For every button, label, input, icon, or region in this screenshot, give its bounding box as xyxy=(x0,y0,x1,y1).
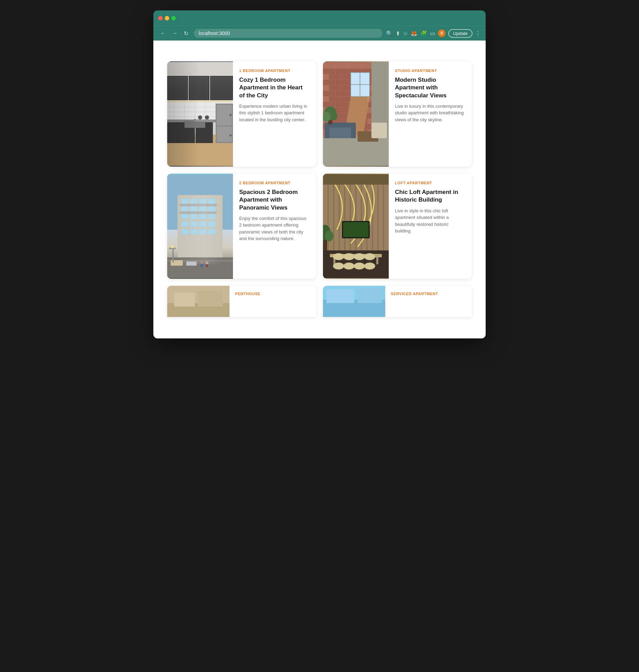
listing-card-5[interactable]: PENTHOUSE xyxy=(167,286,316,317)
puzzle-icon[interactable]: 🧩 xyxy=(420,30,427,37)
svg-point-128 xyxy=(171,246,174,248)
svg-point-31 xyxy=(205,115,209,120)
card-category-1: 1 BEDROOM APARTMENT xyxy=(239,68,310,73)
svg-rect-126 xyxy=(172,249,174,263)
menu-icon[interactable]: ⋮ xyxy=(475,30,481,37)
svg-rect-85 xyxy=(351,126,356,138)
svg-rect-38 xyxy=(329,74,341,79)
svg-rect-0 xyxy=(167,131,233,166)
sidebar-icon[interactable]: ▭ xyxy=(430,30,435,37)
listing-card-6[interactable]: SERVICED APARTMENT xyxy=(323,286,472,317)
svg-rect-21 xyxy=(196,122,213,143)
listing-image-4 xyxy=(323,174,389,279)
svg-point-164 xyxy=(333,263,344,269)
svg-rect-27 xyxy=(184,121,205,128)
card-body-1: 1 BEDROOM APARTMENT Cozy 1 Bedroom Apart… xyxy=(233,61,316,167)
card-description-4: Live in style in this chic loft apartmen… xyxy=(395,207,466,235)
browser-window: ← → ↻ 🔍 ⬆ ☆ 🦊 🧩 ▭ 0 Update ⋮ xyxy=(153,10,486,338)
browser-toolbar: ← → ↻ 🔍 ⬆ ☆ 🦊 🧩 ▭ 0 Update ⋮ xyxy=(153,26,486,41)
card-title-4: Chic Loft Apartment in Historic Building xyxy=(395,188,466,204)
back-button[interactable]: ← xyxy=(158,29,168,37)
svg-point-163 xyxy=(364,253,375,260)
svg-point-28 xyxy=(194,119,196,122)
listing-card-2[interactable]: STUDIO APARTMENT Modern Studio Apartment… xyxy=(323,61,472,167)
svg-rect-22 xyxy=(216,104,233,143)
card-category-6: SERVICED APARTMENT xyxy=(391,291,466,297)
svg-point-30 xyxy=(198,115,202,120)
svg-rect-133 xyxy=(178,195,223,264)
svg-rect-169 xyxy=(343,222,369,237)
partial-listings-row: PENTHOUSE SERVICED APARTMENT xyxy=(153,286,486,317)
forward-button[interactable]: → xyxy=(170,29,180,37)
svg-rect-154 xyxy=(384,174,389,250)
svg-rect-145 xyxy=(334,174,339,250)
svg-rect-34 xyxy=(323,69,335,74)
listings-grid: 1 BEDROOM APARTMENT Cozy 1 Bedroom Apart… xyxy=(153,61,486,286)
share-icon[interactable]: ⬆ xyxy=(396,30,400,37)
svg-rect-23 xyxy=(217,105,232,125)
svg-rect-64 xyxy=(336,113,348,118)
svg-rect-179 xyxy=(326,289,354,303)
address-bar[interactable] xyxy=(194,29,382,38)
svg-rect-153 xyxy=(378,174,383,250)
card-category-3: 2 BEDROOM APARTMENT xyxy=(239,180,310,186)
listing-card-1[interactable]: 1 BEDROOM APARTMENT Cozy 1 Bedroom Apart… xyxy=(167,61,316,167)
extension-icon: 🦊 xyxy=(411,30,417,37)
minimize-button[interactable] xyxy=(165,16,169,20)
card-category-2: STUDIO APARTMENT xyxy=(395,68,466,73)
svg-rect-20 xyxy=(167,122,195,143)
card-category-4: LOFT APARTMENT xyxy=(395,180,466,186)
nav-buttons: ← → ↻ xyxy=(158,29,190,37)
card-title-3: Spacious 2 Bedroom Apartment with Panora… xyxy=(239,188,310,211)
profile-badge[interactable]: 0 xyxy=(438,29,446,37)
svg-rect-87 xyxy=(371,123,387,138)
maximize-button[interactable] xyxy=(171,16,176,20)
listing-image-5 xyxy=(167,286,230,317)
card-body-4: LOFT APARTMENT Chic Loft Apartment in Hi… xyxy=(389,174,472,279)
listing-image-2 xyxy=(323,61,389,167)
svg-rect-159 xyxy=(376,257,378,264)
svg-point-166 xyxy=(354,263,365,269)
svg-point-165 xyxy=(343,263,354,269)
svg-point-91 xyxy=(331,112,338,120)
card-description-1: Experience modern urban living in this s… xyxy=(239,103,310,123)
reload-button[interactable]: ↻ xyxy=(182,29,190,37)
toolbar-actions: 🔍 ⬆ ☆ 🦊 🧩 ▭ 0 Update ⋮ xyxy=(386,29,481,38)
listing-image-3 xyxy=(167,174,233,279)
svg-rect-152 xyxy=(373,174,378,250)
svg-point-167 xyxy=(364,263,375,269)
svg-point-160 xyxy=(333,253,344,260)
svg-point-162 xyxy=(354,253,365,260)
svg-rect-176 xyxy=(198,291,223,307)
svg-rect-35 xyxy=(336,69,348,74)
svg-rect-24 xyxy=(217,126,232,142)
card-body-2: STUDIO APARTMENT Modern Studio Apartment… xyxy=(389,61,472,167)
svg-point-25 xyxy=(230,114,232,116)
listing-card-3[interactable]: 2 BEDROOM APARTMENT Spacious 2 Bedroom A… xyxy=(167,174,316,279)
svg-rect-50 xyxy=(336,91,348,96)
svg-rect-180 xyxy=(358,288,382,303)
bookmark-icon[interactable]: ☆ xyxy=(403,30,408,37)
search-icon[interactable]: 🔍 xyxy=(386,30,393,37)
svg-rect-57 xyxy=(336,102,348,107)
svg-rect-8 xyxy=(167,101,233,102)
svg-rect-132 xyxy=(206,264,208,267)
card-body-6: SERVICED APARTMENT xyxy=(385,286,472,317)
update-button[interactable]: Update xyxy=(448,29,472,38)
svg-rect-1 xyxy=(167,62,233,135)
listing-card-4[interactable]: LOFT APARTMENT Chic Loft Apartment in Hi… xyxy=(323,174,472,279)
svg-rect-29 xyxy=(196,120,213,122)
card-description-3: Enjoy the comfort of this spacious 2 bed… xyxy=(239,215,310,242)
svg-rect-49 xyxy=(323,91,335,96)
page-content: 1 BEDROOM APARTMENT Cozy 1 Bedroom Apart… xyxy=(153,41,486,338)
svg-rect-43 xyxy=(336,80,348,85)
listing-image-6 xyxy=(323,286,385,317)
card-title-1: Cozy 1 Bedroom Apartment in the Heart of… xyxy=(239,76,310,99)
browser-titlebar xyxy=(153,10,486,26)
svg-rect-84 xyxy=(325,126,330,138)
svg-rect-7 xyxy=(212,77,232,99)
svg-rect-4 xyxy=(210,76,233,100)
listing-image-1 xyxy=(167,61,233,167)
close-button[interactable] xyxy=(158,16,163,20)
svg-rect-56 xyxy=(323,102,335,107)
